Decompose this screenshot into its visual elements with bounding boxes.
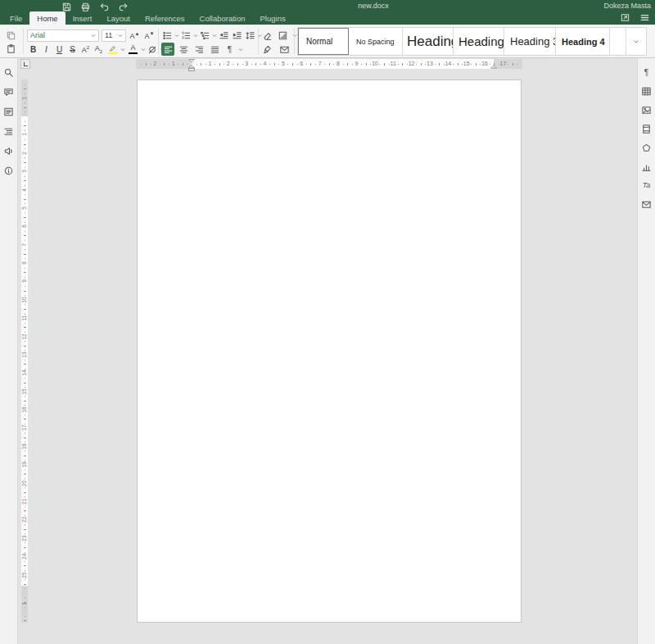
tab-file[interactable]: File: [2, 11, 29, 25]
comments-button[interactable]: [3, 86, 15, 98]
italic-button[interactable]: I: [40, 43, 52, 56]
table-settings-button[interactable]: [641, 85, 653, 97]
style-heading-3[interactable]: Heading 3: [504, 28, 556, 55]
mail-merge-button[interactable]: [278, 43, 291, 56]
highlight-color-button[interactable]: [106, 43, 120, 56]
save-button[interactable]: [61, 1, 72, 12]
numbering-button[interactable]: [180, 29, 192, 42]
ruler-tick: [25, 451, 25, 451]
title-bar: new.docx Dokeza Masta File Home Insert L…: [0, 0, 655, 25]
paragraph-settings-button[interactable]: ¶: [641, 66, 653, 78]
italic-label: I: [40, 45, 52, 54]
navigation-button[interactable]: [3, 106, 15, 117]
change-case-button[interactable]: [147, 43, 159, 56]
font-name-select[interactable]: Arial: [27, 29, 99, 42]
line-spacing-button[interactable]: [244, 29, 256, 42]
style-normal[interactable]: Normal: [298, 28, 349, 55]
save-icon: [61, 2, 72, 12]
copy-style-button[interactable]: [261, 43, 273, 56]
style-heading-4[interactable]: Heading 4: [556, 28, 610, 55]
increase-indent-button[interactable]: [231, 29, 243, 42]
right-indent-marker[interactable]: [490, 65, 497, 69]
style-heading-2[interactable]: Heading 2: [454, 28, 504, 55]
style-no-spacing[interactable]: No Spacing: [349, 28, 403, 55]
ruler-tick: 20: [21, 480, 28, 487]
ruler-tick: [444, 64, 445, 65]
print-icon: [80, 2, 91, 12]
ruler-tick: 2: [21, 150, 28, 156]
chevron-down-icon[interactable]: [238, 48, 243, 52]
tab-insert[interactable]: Insert: [66, 11, 100, 25]
tab-references[interactable]: References: [138, 11, 192, 25]
info-icon: [3, 166, 14, 176]
ruler-tick: 9: [21, 278, 28, 284]
align-right-button[interactable]: [192, 43, 206, 56]
tab-plugins[interactable]: Plugins: [253, 11, 293, 25]
align-left-button[interactable]: [161, 43, 174, 56]
redo-button[interactable]: [117, 1, 129, 12]
redo-icon: [118, 2, 129, 12]
open-file-location-button[interactable]: [619, 11, 630, 23]
copy-button[interactable]: [5, 29, 17, 42]
comments-icon: [3, 87, 14, 98]
tab-home[interactable]: Home: [29, 11, 65, 25]
left-indent-marker[interactable]: [188, 65, 195, 71]
text-art-settings-button[interactable]: Ta: [641, 179, 653, 191]
superscript-button[interactable]: A2: [79, 43, 92, 56]
horizontal-ruler[interactable]: 123456789101112131415161721: [136, 59, 522, 69]
style-heading-1[interactable]: Heading 1: [403, 28, 454, 55]
image-settings-button[interactable]: [641, 104, 653, 116]
ruler-tick: [169, 64, 169, 65]
chevron-down-icon[interactable]: [174, 34, 179, 38]
decrease-font-size-button[interactable]: A▼: [143, 29, 156, 42]
chevron-down-icon[interactable]: [212, 34, 217, 38]
first-line-indent-marker[interactable]: [188, 59, 195, 62]
mail-merge-settings-button[interactable]: [641, 198, 653, 210]
vertical-ruler[interactable]: 1234567891011121314151617181920212223242…: [21, 79, 28, 623]
nonprinting-characters-button[interactable]: ¶: [224, 43, 236, 56]
multilevel-list-button[interactable]: [199, 29, 211, 42]
about-button[interactable]: [3, 165, 15, 176]
align-left-icon: [163, 44, 174, 55]
underline-button[interactable]: U: [53, 43, 66, 56]
ruler-tick: [24, 620, 26, 621]
chevron-down-icon[interactable]: [141, 48, 146, 52]
tab-layout[interactable]: Layout: [99, 11, 138, 25]
bullets-button[interactable]: [161, 29, 174, 42]
strikethrough-button[interactable]: S: [66, 43, 79, 56]
ruler-tick: [25, 561, 25, 562]
header-footer-settings-button[interactable]: [641, 123, 653, 134]
decrease-indent-button[interactable]: [218, 29, 230, 42]
undo-button[interactable]: [98, 1, 110, 12]
search-button[interactable]: [3, 66, 15, 78]
headings-button[interactable]: [3, 125, 15, 137]
chevron-down-icon[interactable]: [193, 34, 198, 38]
align-center-button[interactable]: [177, 43, 190, 56]
subscript-button[interactable]: A2: [93, 43, 105, 56]
style-gallery-expand-button[interactable]: [626, 28, 646, 55]
tab-collaboration[interactable]: Collaboration: [192, 11, 253, 25]
paste-button[interactable]: [5, 42, 17, 55]
main-menu-button[interactable]: [639, 11, 650, 23]
shading-button[interactable]: [277, 29, 289, 42]
align-right-icon: [194, 44, 205, 55]
mail-merge-envelope-icon: [641, 199, 652, 210]
shape-settings-button[interactable]: [641, 142, 653, 153]
ruler-tick: 7: [21, 242, 28, 248]
font-size-select[interactable]: 11: [102, 29, 126, 42]
document-page[interactable]: [137, 79, 522, 623]
ruler-tick: [24, 510, 26, 511]
user-name[interactable]: Dokeza Masta: [603, 2, 651, 10]
justify-button[interactable]: [208, 43, 221, 56]
feedback-support-button[interactable]: [3, 145, 15, 156]
increase-font-size-button[interactable]: A▲: [129, 29, 141, 42]
bold-button[interactable]: B: [27, 43, 39, 56]
chart-settings-button[interactable]: [641, 161, 653, 172]
chevron-down-icon[interactable]: [120, 48, 125, 52]
ruler-tick: [25, 176, 25, 177]
tab-stop-selector[interactable]: [20, 59, 30, 69]
clear-style-button[interactable]: [261, 29, 273, 42]
print-button[interactable]: [79, 1, 91, 12]
document-canvas[interactable]: 123456789101112131415161721 123456789101…: [18, 58, 637, 644]
font-color-button[interactable]: A: [126, 43, 140, 56]
